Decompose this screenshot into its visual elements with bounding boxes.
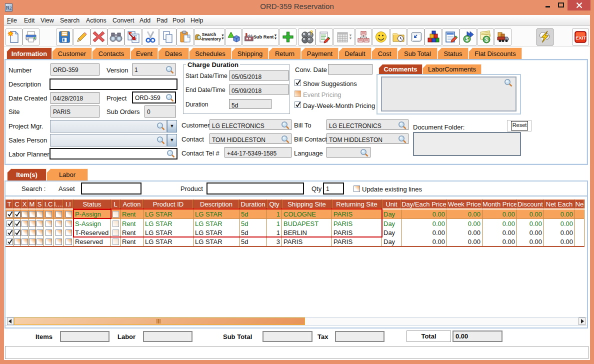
svg-text:$: $ — [466, 36, 468, 42]
svg-text:EXIT: EXIT — [576, 35, 586, 40]
svg-text:$: $ — [485, 36, 488, 42]
svg-text:?: ? — [310, 30, 313, 36]
